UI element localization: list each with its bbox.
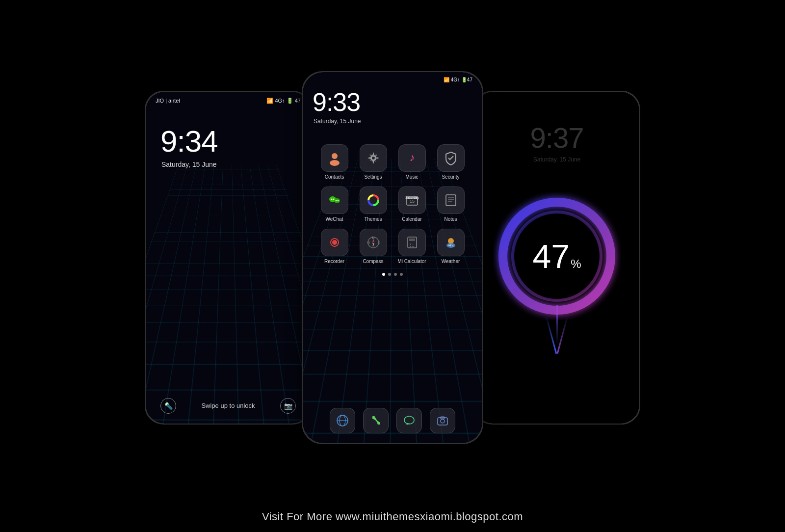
page-dot-1 — [382, 273, 385, 276]
home-status-right: 📶 4G↑ 🔋47 — [444, 77, 472, 82]
charging-date: Saturday, 15 June — [533, 156, 581, 163]
lock-status-bar: JIO | airtel 📶 4G↑ 🔋 47 — [146, 92, 311, 104]
page-dots — [303, 273, 482, 276]
dock-camera[interactable] — [430, 408, 455, 433]
notes-icon — [437, 186, 465, 214]
flashlight-icon[interactable]: 🔦 — [160, 398, 176, 414]
app-compass[interactable]: N S W E Compass — [356, 229, 390, 264]
contacts-label: Contacts — [325, 174, 344, 180]
phone-center-screen: 📶 4G↑ 🔋47 9:33 Saturday, 15 June — [303, 72, 482, 443]
svg-text:♪: ♪ — [409, 151, 415, 163]
phones-container: JIO | airtel 📶 4G↑ 🔋 47 9:34 Saturday, 1… — [0, 10, 785, 505]
recorder-icon — [321, 229, 348, 256]
app-music[interactable]: ♪ Music — [395, 144, 429, 180]
charging-percent-number: 47 — [533, 237, 570, 275]
phone-left-screen: JIO | airtel 📶 4G↑ 🔋 47 9:34 Saturday, 1… — [146, 92, 311, 424]
svg-point-8 — [331, 198, 332, 200]
svg-rect-18 — [446, 195, 456, 206]
app-weather[interactable]: 44°c Weather — [434, 229, 468, 264]
svg-text:15: 15 — [409, 199, 414, 204]
home-screen: 📶 4G↑ 🔋47 9:33 Saturday, 15 June — [303, 72, 482, 443]
phone-center: 📶 4G↑ 🔋47 9:33 Saturday, 15 June — [302, 71, 483, 444]
charging-circle-container: 47 % — [493, 192, 621, 320]
svg-text:×: × — [410, 245, 412, 248]
weather-label: Weather — [442, 259, 460, 264]
app-grid: Contacts — [303, 134, 482, 269]
battery-label: 47 — [295, 98, 301, 104]
charging-percent-symbol: % — [571, 257, 581, 271]
themes-icon — [360, 186, 387, 214]
svg-point-10 — [335, 200, 337, 201]
charging-screen: 9:37 Saturday, 15 June — [474, 92, 639, 424]
dock-phone[interactable] — [363, 408, 389, 433]
app-calendar[interactable]: 15 Saturday Calendar — [395, 186, 429, 222]
calendar-label: Calendar — [402, 216, 422, 222]
svg-point-7 — [334, 198, 340, 203]
phone-right: 9:37 Saturday, 15 June — [473, 91, 640, 425]
dock-browser[interactable] — [330, 408, 355, 433]
music-label: Music — [405, 174, 418, 180]
svg-point-11 — [337, 200, 339, 201]
app-themes[interactable]: Themes — [356, 186, 390, 222]
phone-left: JIO | airtel 📶 4G↑ 🔋 47 9:34 Saturday, 1… — [145, 91, 312, 425]
app-settings[interactable]: Settings — [356, 144, 390, 180]
svg-point-1 — [330, 160, 340, 166]
calculator-icon: + - × = — [398, 229, 426, 256]
recorder-label: Recorder — [324, 259, 344, 264]
home-date: Saturday, 15 June — [303, 118, 482, 125]
lock-time: 9:34 — [146, 124, 311, 159]
lock-date: Saturday, 15 June — [146, 160, 311, 168]
svg-text:=: = — [412, 245, 414, 248]
home-signal-icon: 📶 4G↑ 🔋47 — [444, 77, 472, 82]
settings-icon — [360, 144, 387, 172]
app-security[interactable]: Security — [434, 144, 468, 180]
svg-point-43 — [404, 416, 414, 424]
svg-text:Saturday: Saturday — [405, 196, 419, 200]
svg-point-45 — [441, 419, 445, 423]
phone-right-screen: 9:37 Saturday, 15 June — [474, 92, 639, 424]
charging-time: 9:37 — [530, 121, 584, 154]
app-wechat[interactable]: WeChat — [317, 186, 351, 222]
app-contacts[interactable]: Contacts — [317, 144, 351, 180]
weather-icon: 44°c — [437, 229, 465, 256]
page-dot-3 — [394, 273, 397, 276]
dock-messages[interactable] — [396, 408, 422, 433]
settings-label: Settings — [364, 174, 382, 180]
page-dot-2 — [388, 273, 391, 276]
camera-icon[interactable]: 📷 — [280, 398, 296, 414]
lock-screen: JIO | airtel 📶 4G↑ 🔋 47 9:34 Saturday, 1… — [146, 92, 311, 424]
calculator-label: Mi Calculator — [397, 259, 426, 264]
compass-label: Compass — [363, 259, 383, 264]
wechat-label: WeChat — [326, 216, 343, 222]
lock-bottom-bar: 🔦 Swipe up to unlock 📷 — [146, 398, 311, 414]
compass-icon: N S W E — [360, 229, 387, 256]
swipe-unlock-text: Swipe up to unlock — [201, 402, 255, 409]
svg-point-13 — [371, 198, 375, 202]
battery-icon: 🔋 — [287, 98, 293, 104]
carrier-label: JIO | airtel — [156, 98, 180, 104]
home-status-bar: 📶 4G↑ 🔋47 — [303, 72, 482, 82]
svg-text:W: W — [366, 241, 370, 244]
svg-rect-32 — [409, 239, 415, 241]
home-time: 9:33 — [303, 87, 482, 117]
signal-icon: 📶 — [266, 98, 273, 104]
signal-battery-label: 📶 4G↑ 🔋 47 — [266, 98, 301, 104]
calendar-icon: 15 Saturday — [398, 186, 426, 214]
charging-percent: 47 % — [533, 237, 581, 275]
svg-point-9 — [333, 198, 334, 200]
dock — [303, 408, 482, 433]
network-label: 4G↑ — [275, 98, 285, 104]
app-calculator[interactable]: + - × = Mi Calculator — [395, 229, 429, 264]
svg-point-0 — [332, 153, 338, 159]
right-power-button — [639, 165, 640, 190]
page-dot-4 — [400, 273, 403, 276]
wechat-icon — [321, 186, 348, 214]
svg-point-23 — [332, 240, 337, 245]
music-icon: ♪ — [398, 144, 426, 172]
contacts-icon — [321, 144, 348, 172]
footer-text: Visit For More www.miuithemesxiaomi.blog… — [0, 510, 785, 523]
themes-label: Themes — [364, 216, 382, 222]
app-notes[interactable]: Notes — [434, 186, 468, 222]
app-recorder[interactable]: Recorder — [317, 229, 351, 264]
center-power-button — [482, 146, 483, 170]
